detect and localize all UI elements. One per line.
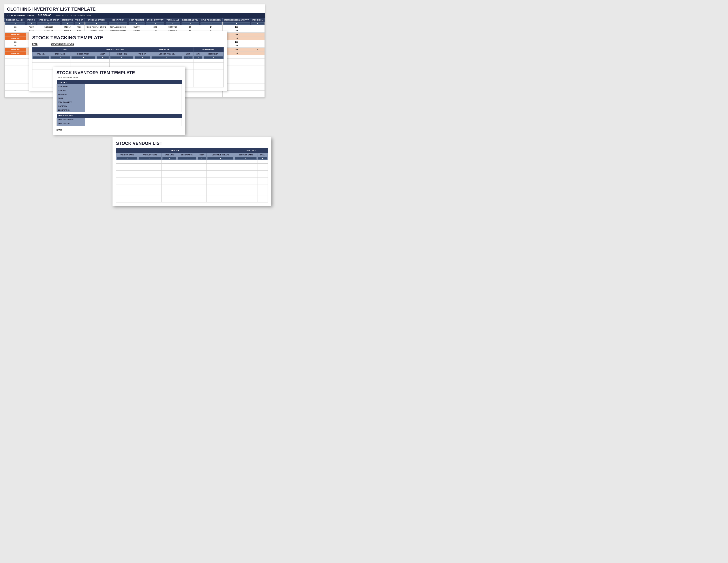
- col-vendor: VENDOR: [74, 18, 84, 22]
- col-description: DESCRIPTION: [108, 18, 128, 22]
- filter-t-item-name[interactable]: ▼: [51, 56, 70, 59]
- cell: OK: [5, 40, 26, 44]
- cell: Item A description: [108, 25, 128, 29]
- employee-info-table: EMPLOYEE INFO EMPLOYEE NAMEEMPLOYEE ID: [56, 114, 182, 126]
- field-value[interactable]: [85, 100, 182, 104]
- col-t-unit: UNIT: [183, 52, 193, 56]
- filter-v-contact-name[interactable]: ▼: [235, 157, 257, 160]
- vendor-row: [116, 192, 268, 195]
- filter-t-vendor[interactable]: ▼: [135, 56, 150, 59]
- cell: [251, 51, 265, 55]
- vendor-row: [116, 174, 268, 178]
- field-value[interactable]: [85, 104, 182, 108]
- filter-btn-reorder-level[interactable]: ▼: [182, 22, 199, 25]
- filter-btn-desc[interactable]: ▼: [109, 22, 127, 25]
- filter-btn-item-no[interactable]: ▼: [27, 22, 36, 25]
- company-label: YOUR COMPANY NAME: [56, 76, 182, 78]
- col-total-value: TOTAL VALUE: [165, 18, 181, 22]
- cell: Y: [251, 48, 265, 51]
- col-v-email: EMA...: [257, 153, 268, 157]
- item-field-row: ITEM NO.: [57, 88, 182, 92]
- sig-label: EMPLOYEE SIGNATURE: [51, 43, 74, 46]
- field-value[interactable]: [85, 108, 182, 112]
- field-value[interactable]: [85, 122, 182, 126]
- employee-field-row: EMPLOYEE ID: [57, 122, 182, 126]
- vendor-row: [116, 195, 268, 199]
- vendor-group-header: VENDOR CONTACT: [116, 148, 268, 153]
- cell: A123: [26, 25, 37, 29]
- cell: 200: [145, 25, 165, 29]
- field-label: DESCRIPTION: [57, 108, 85, 112]
- item-field-row: PRICE: [57, 96, 182, 100]
- filter-btn-location[interactable]: ▼: [85, 22, 107, 25]
- filter-t-shelf[interactable]: ▼: [110, 56, 133, 59]
- vendor-row: [116, 160, 268, 164]
- employee-field-row: EMPLOYEE NAME: [57, 118, 182, 122]
- filter-row: ▼ ▼ ▼ ▼ ▼ ▼ ▼ ▼ ▼ ▼ ▼ ▼ ▼ ▼: [5, 22, 265, 25]
- filter-v-web-link[interactable]: ▼: [162, 157, 176, 160]
- filter-btn-days[interactable]: ▼: [201, 22, 222, 25]
- col-cost-per-item: COST PER ITEM: [128, 18, 145, 22]
- cell: $10.00: [128, 25, 145, 29]
- group-purchase: PURCHASE: [134, 47, 193, 52]
- col-v-cost: COST: [197, 153, 206, 157]
- filter-t-vendor-item[interactable]: ▼: [152, 56, 182, 59]
- filter-btn-reorder-qty[interactable]: ▼: [223, 22, 250, 25]
- tracking-filter-row: ▼ ▼ ▼ ▼ ▼ ▼ ▼ ▼ ▼ ▼: [32, 56, 224, 59]
- col-reorder-level: REORDER LEVEL: [181, 18, 200, 22]
- item-field-row: MATERIAL: [57, 104, 182, 108]
- item-info-header: ITEM INFO: [57, 80, 182, 84]
- filter-t-item-no[interactable]: ▼: [33, 56, 49, 59]
- stack-wrapper: STOCK TRACKING TEMPLATE DATE EMPLOYEE SI…: [29, 31, 724, 91]
- col-v-web-link: WEB LINK: [162, 153, 177, 157]
- col-t-area: AREA: [96, 52, 109, 56]
- vendor-row: [116, 167, 268, 171]
- vendor-col-header: VENDOR NAME PRODUCT NAME WEB LINK DESCRI…: [116, 153, 268, 157]
- filter-t-item-area[interactable]: ▼: [204, 56, 223, 59]
- tracking-title: STOCK TRACKING TEMPLATE: [32, 35, 224, 41]
- col-v-vendor-name: VENDOR NAME: [116, 153, 138, 157]
- item-field-row: ITEM NAME: [57, 84, 182, 88]
- filter-btn-total-val[interactable]: ▼: [166, 22, 180, 25]
- date-field: DATE: [32, 43, 38, 45]
- filter-t-area[interactable]: ▼: [97, 56, 109, 59]
- filter-v-lead-time[interactable]: ▼: [207, 157, 233, 160]
- filter-v-desc[interactable]: ▼: [178, 157, 196, 160]
- filter-btn-cost[interactable]: ▼: [129, 22, 145, 25]
- field-value[interactable]: [85, 92, 182, 96]
- filter-btn-stock-qty[interactable]: ▼: [146, 22, 164, 25]
- cell: OK: [5, 44, 26, 48]
- cell: Cole: [74, 25, 84, 29]
- filter-btn-vendor[interactable]: ▼: [75, 22, 84, 25]
- group-stock-location: STOCK LOCATION: [96, 47, 134, 52]
- tracking-group-header: ITEM STOCK LOCATION PURCHASE INVENTORY: [32, 47, 224, 52]
- date-label: DATE: [32, 43, 38, 46]
- field-value[interactable]: [85, 88, 182, 92]
- cell: ITEM A: [61, 25, 74, 29]
- filter-t-desc[interactable]: ▼: [71, 56, 95, 59]
- field-value[interactable]: [85, 84, 182, 88]
- vendor-row: [116, 199, 268, 202]
- field-label: ITEM NAME: [57, 84, 85, 88]
- filter-v-vendor-name[interactable]: ▼: [117, 157, 137, 160]
- filter-btn-name[interactable]: ▼: [62, 22, 73, 25]
- cell: [251, 29, 265, 33]
- filter-v-cost[interactable]: ▼: [198, 157, 206, 160]
- cell: [251, 36, 265, 40]
- vendor-row: [116, 164, 268, 167]
- filter-v-product-name[interactable]: ▼: [139, 157, 161, 160]
- item-field-row: DESCRIPTION: [57, 108, 182, 112]
- cell: [251, 33, 265, 36]
- field-value[interactable]: [85, 96, 182, 100]
- filter-t-unit[interactable]: ▼: [184, 56, 193, 59]
- col-item-no: ITEM NO.: [26, 18, 37, 22]
- filter-btn-date[interactable]: ▼: [38, 22, 60, 25]
- filter-btn-reorder[interactable]: ▼: [5, 22, 25, 25]
- item-info-table: ITEM INFO ITEM NAMEITEM NO.LOCATIONPRICE…: [56, 80, 182, 112]
- filter-btn-disc[interactable]: ▼: [251, 22, 264, 25]
- group-item: ITEM: [32, 47, 96, 52]
- filter-v-email[interactable]: ▼: [258, 157, 267, 160]
- col-item-disc: ITEM DISC...: [251, 18, 265, 22]
- field-value[interactable]: [85, 118, 182, 122]
- filter-t-qty[interactable]: ▼: [194, 56, 202, 59]
